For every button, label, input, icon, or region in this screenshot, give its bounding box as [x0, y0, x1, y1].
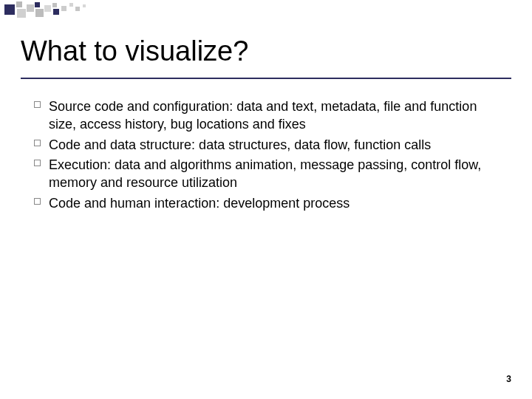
list-item: Code and data structure: data structures…	[49, 137, 502, 154]
list-item: Execution: data and algorithms animation…	[49, 157, 502, 192]
bullet-text: Source code and configuration: data and …	[49, 98, 502, 134]
content-area: Source code and configuration: data and …	[0, 79, 532, 213]
square-bullet-icon	[34, 101, 41, 108]
square-bullet-icon	[34, 198, 41, 205]
page-number: 3	[506, 374, 511, 384]
bullet-text: Code and data structure: data structures…	[49, 137, 502, 154]
list-item: Source code and configuration: data and …	[49, 98, 502, 134]
square-bullet-icon	[34, 140, 41, 146]
bullet-text: Execution: data and algorithms animation…	[49, 157, 502, 192]
slide-title: What to visualize?	[21, 35, 511, 67]
corner-decoration	[0, 0, 96, 22]
bullet-text: Code and human interaction: development …	[49, 195, 502, 213]
square-bullet-icon	[34, 160, 41, 166]
list-item: Code and human interaction: development …	[49, 195, 502, 213]
